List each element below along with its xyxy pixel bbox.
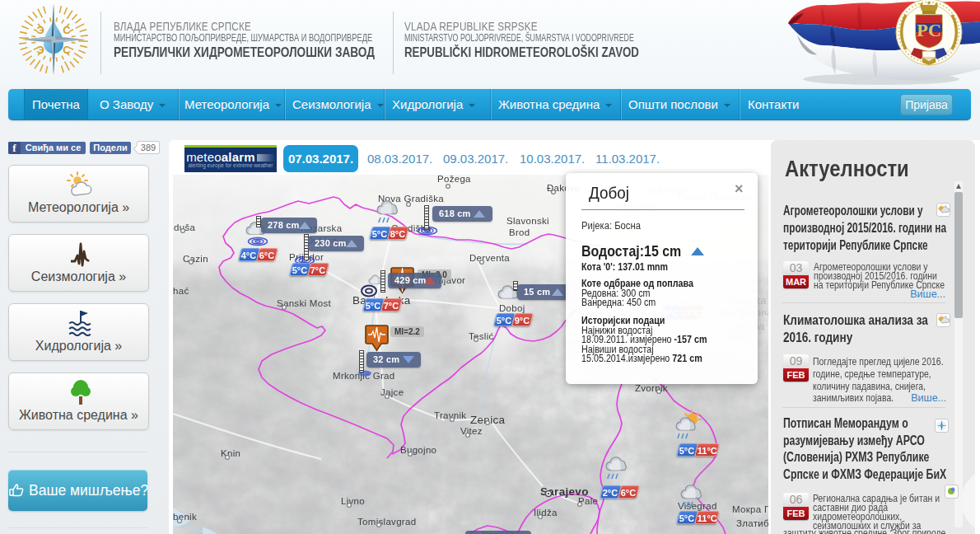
svg-text:Požega: Požega — [437, 175, 471, 184]
svg-text:Tomislavgrad: Tomislavgrad — [357, 517, 416, 527]
svg-text:benik: benik — [173, 512, 197, 522]
svg-text:Livno: Livno — [341, 496, 365, 506]
svg-text:Jajce: Jajce — [380, 387, 404, 397]
svg-text:РС: РС — [917, 20, 941, 40]
svg-text:Brod: Brod — [509, 227, 530, 237]
svg-text:С: С — [63, 24, 71, 36]
svg-text:Slavonski: Slavonski — [506, 216, 549, 226]
svg-text:hać: hać — [173, 286, 189, 296]
svg-text:Ilidža: Ilidža — [534, 508, 558, 518]
svg-text:Knin: Knin — [221, 448, 240, 458]
svg-text:Златибо: Златибо — [736, 518, 768, 528]
svg-text:Teslić: Teslić — [469, 331, 494, 341]
svg-text:Э: Э — [36, 24, 44, 36]
svg-text:Zvornik: Zvornik — [635, 383, 668, 393]
svg-text:Derventa: Derventa — [469, 253, 510, 263]
svg-text:Bugojno: Bugojno — [400, 445, 436, 455]
svg-text:Э: Э — [36, 44, 44, 56]
svg-text:Cazin: Cazin — [183, 254, 208, 264]
svg-text:Vitez: Vitez — [460, 426, 483, 436]
svg-text:Doboj: Doboj — [499, 303, 525, 313]
svg-text:Мокра Го: Мокра Го — [732, 504, 768, 514]
svg-text:С: С — [63, 44, 71, 56]
